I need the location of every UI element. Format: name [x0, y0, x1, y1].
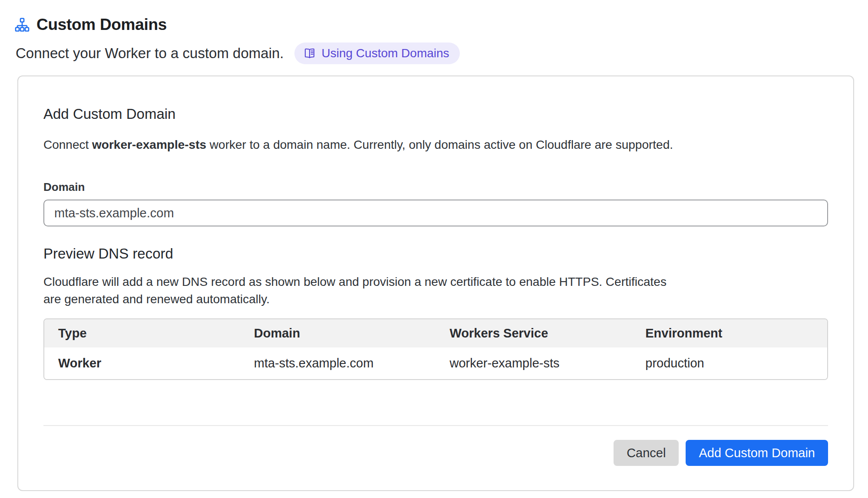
cell-type: Worker — [44, 347, 240, 379]
add-custom-domain-card: Add Custom Domain Connect worker-example… — [17, 75, 854, 491]
custom-domains-page: Custom Domains Connect your Worker to a … — [0, 0, 868, 491]
page-title: Custom Domains — [36, 16, 167, 34]
column-header-type: Type — [44, 319, 240, 347]
page-subtitle: Connect your Worker to a custom domain. — [16, 45, 284, 62]
dns-preview-table: Type Domain Workers Service Environment … — [43, 318, 828, 380]
card-actions: Cancel Add Custom Domain — [43, 440, 828, 466]
docs-link-label: Using Custom Domains — [322, 46, 449, 60]
footer-divider — [43, 425, 828, 426]
add-custom-domain-button[interactable]: Add Custom Domain — [686, 440, 828, 466]
preview-dns-description: Cloudflare will add a new DNS record as … — [43, 273, 677, 308]
sitemap-icon — [15, 17, 30, 32]
cell-workers-service: worker-example-sts — [436, 347, 632, 379]
preview-dns-heading: Preview DNS record — [43, 246, 828, 262]
cell-domain: mta-sts.example.com — [240, 347, 436, 379]
domain-input[interactable] — [43, 200, 828, 226]
intro-prefix: Connect — [43, 138, 92, 151]
cancel-button[interactable]: Cancel — [614, 440, 679, 466]
table-row: Worker mta-sts.example.com worker-exampl… — [44, 347, 827, 379]
column-header-workers-service: Workers Service — [436, 319, 632, 347]
page-header: Custom Domains — [15, 16, 854, 34]
card-heading: Add Custom Domain — [43, 106, 828, 122]
intro-suffix: worker to a domain name. Currently, only… — [206, 138, 673, 151]
column-header-environment: Environment — [631, 319, 827, 347]
book-open-icon — [303, 47, 316, 60]
table-header-row: Type Domain Workers Service Environment — [44, 319, 827, 347]
page-subtitle-row: Connect your Worker to a custom domain. … — [16, 43, 854, 64]
domain-label: Domain — [43, 180, 828, 194]
docs-link[interactable]: Using Custom Domains — [294, 43, 460, 64]
cell-environment: production — [631, 347, 827, 379]
column-header-domain: Domain — [240, 319, 436, 347]
card-intro: Connect worker-example-sts worker to a d… — [43, 138, 828, 152]
worker-name: worker-example-sts — [92, 138, 206, 151]
